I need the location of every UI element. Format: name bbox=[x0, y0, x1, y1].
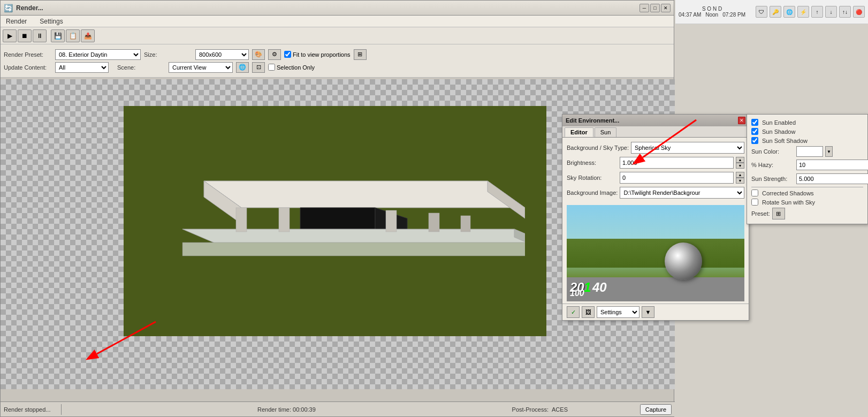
env-settings-select[interactable]: Settings bbox=[597, 306, 639, 318]
sun-shadow-row: Sun Shadow bbox=[751, 128, 863, 135]
system-icons: 🛡 🔑 🌐 ⚡ ↑ ↓ ↑↓ 🔴 bbox=[756, 6, 865, 18]
env-image-button[interactable]: 🖼 bbox=[582, 306, 595, 318]
export-button[interactable]: 📤 bbox=[81, 29, 95, 42]
sky-rotation-label: Sky Rotation: bbox=[567, 175, 618, 181]
svg-marker-3 bbox=[300, 208, 375, 229]
svg-marker-0 bbox=[204, 181, 525, 208]
preset-row: Preset: ⊞ bbox=[751, 208, 863, 219]
close-button[interactable]: ✕ bbox=[661, 4, 671, 12]
update-select[interactable]: All bbox=[55, 62, 109, 73]
menu-render[interactable]: Render bbox=[3, 17, 30, 26]
time-display: S O N D bbox=[679, 6, 745, 12]
sun-strength-row: Sun Strength: ▲ ▼ bbox=[751, 173, 863, 185]
sys-icon-4[interactable]: ⚡ bbox=[797, 6, 809, 18]
color-picker-button[interactable]: 🎨 bbox=[252, 49, 265, 60]
sky-rotation-down[interactable]: ▼ bbox=[736, 178, 744, 184]
selection-only-checkbox[interactable] bbox=[268, 64, 275, 71]
preset-button[interactable]: ⊞ bbox=[772, 208, 785, 219]
pause-button[interactable]: ⏸ bbox=[33, 29, 47, 42]
brightness-down[interactable]: ▼ bbox=[736, 163, 744, 169]
bg-image-select[interactable]: D:\Twilight Render\Backgrour bbox=[620, 187, 744, 199]
sys-icon-3[interactable]: 🌐 bbox=[783, 6, 795, 18]
sun-enabled-checkbox[interactable] bbox=[751, 119, 758, 126]
sys-icon-1[interactable]: 🛡 bbox=[756, 6, 767, 18]
brightness-up[interactable]: ▲ bbox=[736, 157, 744, 163]
menu-bar: Render Settings bbox=[1, 16, 674, 27]
sun-enabled-row: Sun Enabled bbox=[751, 119, 863, 126]
corrected-shadows-label: Corrected Shadows bbox=[762, 190, 814, 196]
env-accept-button[interactable]: ✓ bbox=[567, 306, 580, 318]
render-status: Render stopped... bbox=[4, 406, 50, 413]
selection-only-label[interactable]: Selection Only bbox=[268, 64, 315, 71]
background-label: Background / Sky Type: bbox=[567, 145, 629, 151]
sys-icon-5[interactable]: ↑ bbox=[811, 6, 823, 18]
env-settings-arrow[interactable]: ▼ bbox=[642, 306, 654, 318]
scene-select[interactable]: Current View bbox=[169, 62, 233, 73]
size-select[interactable]: 800x600 bbox=[195, 49, 249, 60]
preset-select[interactable]: 08. Exterior Daytin bbox=[55, 49, 141, 60]
env-close-button[interactable]: ✕ bbox=[738, 117, 745, 124]
maximize-button[interactable]: □ bbox=[650, 4, 660, 12]
svg-rect-7 bbox=[236, 208, 247, 232]
capture-button[interactable]: Capture bbox=[640, 404, 672, 415]
save-button[interactable]: 💾 bbox=[51, 29, 65, 42]
play-button[interactable]: ▶ bbox=[3, 29, 17, 42]
sun-strength-input[interactable] bbox=[796, 173, 868, 184]
sun-soft-shadow-checkbox[interactable] bbox=[751, 137, 758, 144]
sun-soft-shadow-label: Sun Soft Shadow bbox=[762, 138, 808, 144]
render-time: Render time: 00:00:39 bbox=[257, 406, 316, 413]
minimize-button[interactable]: ─ bbox=[639, 4, 649, 12]
menu-settings[interactable]: Settings bbox=[36, 17, 66, 26]
fit-to-view-label[interactable]: Fit to view proportions bbox=[284, 51, 351, 58]
rotate-sun-checkbox[interactable] bbox=[751, 199, 758, 206]
rotate-sun-label: Rotate Sun with Sky bbox=[762, 199, 815, 206]
sun-shadow-checkbox[interactable] bbox=[751, 128, 758, 135]
copy-button[interactable]: 📋 bbox=[66, 29, 80, 42]
time-end: 07:28 PM bbox=[722, 12, 745, 18]
svg-rect-8 bbox=[279, 208, 290, 232]
sun-color-swatch[interactable] bbox=[796, 146, 823, 157]
svg-rect-10 bbox=[429, 213, 439, 232]
sys-icon-6[interactable]: ↓ bbox=[825, 6, 837, 18]
background-row: Background / Sky Type: Spherical Sky bbox=[567, 142, 744, 154]
sky-rotation-up[interactable]: ▲ bbox=[736, 172, 744, 178]
settings-button[interactable]: ⚙ bbox=[268, 49, 281, 60]
bg-image-label: Background Image: bbox=[567, 189, 618, 196]
sys-icon-7[interactable]: ↑↓ bbox=[839, 6, 851, 18]
scene-label: Scene: bbox=[117, 64, 165, 71]
sys-icon-8[interactable]: 🔴 bbox=[853, 6, 865, 18]
preview-sphere bbox=[665, 242, 702, 280]
sun-enabled-label: Sun Enabled bbox=[762, 119, 796, 126]
system-bar: S O N D 04:37 AM Noon 07:28 PM 🛡 🔑 🌐 ⚡ ↑… bbox=[675, 0, 868, 24]
env-title-bar: Edit Environment... ✕ bbox=[562, 115, 749, 126]
preview-area: 20 1 40 100 bbox=[567, 205, 744, 301]
stop-button[interactable]: ⏹ bbox=[18, 29, 32, 42]
sun-color-label: Sun Color: bbox=[751, 148, 794, 155]
corrected-shadows-checkbox[interactable] bbox=[751, 189, 758, 196]
brightness-spinner: ▲ ▼ bbox=[736, 157, 744, 169]
brightness-input[interactable] bbox=[620, 157, 734, 169]
rendered-image bbox=[124, 106, 546, 336]
aspect-button[interactable]: ⊞ bbox=[354, 49, 367, 60]
background-select[interactable]: Spherical Sky bbox=[631, 142, 744, 154]
preview-image: 20 1 40 100 bbox=[567, 205, 744, 301]
window-controls: ─ □ ✕ bbox=[639, 4, 671, 12]
hazy-row: % Hazy: ▲ ▼ bbox=[751, 159, 863, 171]
sun-strength-label: Sun Strength: bbox=[751, 176, 794, 182]
sky-rotation-row: Sky Rotation: ▲ ▼ bbox=[567, 172, 744, 184]
window-title: Render... bbox=[16, 4, 43, 12]
building-svg bbox=[150, 149, 525, 320]
sys-icon-2[interactable]: 🔑 bbox=[770, 6, 781, 18]
status-bar: Render stopped... Render time: 00:00:39 … bbox=[1, 401, 675, 416]
frame-button[interactable]: ⊡ bbox=[252, 62, 265, 73]
fit-to-view-checkbox[interactable] bbox=[284, 51, 291, 58]
update-label: Update Content: bbox=[4, 64, 52, 71]
hazy-input[interactable] bbox=[796, 160, 868, 170]
sun-color-arrow[interactable]: ▼ bbox=[825, 146, 833, 157]
sky-rotation-input[interactable] bbox=[620, 172, 734, 184]
system-time: S O N D 04:37 AM Noon 07:28 PM bbox=[679, 6, 745, 18]
globe-button[interactable]: 🌐 bbox=[236, 62, 249, 73]
tab-editor[interactable]: Editor bbox=[565, 127, 593, 137]
render-icon: 🔄 bbox=[4, 4, 13, 12]
tab-sun[interactable]: Sun bbox=[595, 127, 617, 137]
